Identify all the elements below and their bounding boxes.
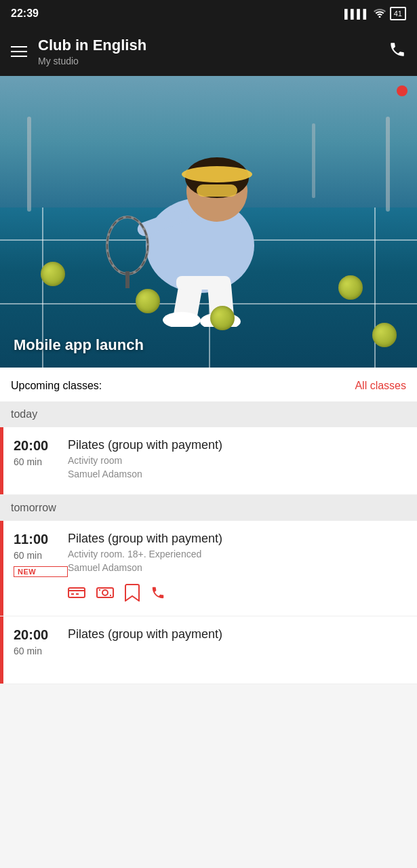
app-header: Club in English My studio [0,27,417,76]
hero-section: Mobile app launch [0,76,417,368]
tennis-ball [210,306,235,330]
class-instructor: Samuel Adamson [68,469,406,479]
status-icons: ▌▌▌▌ 41 [344,7,406,20]
app-title: Club in English [38,37,146,54]
light-pole [27,117,31,212]
payment-card-icon[interactable] [68,586,85,603]
svg-point-19 [102,590,108,595]
menu-button[interactable] [11,46,27,57]
class-card-accent-border [0,427,3,494]
tennis-ball [41,262,65,286]
battery-icon: 41 [390,7,406,20]
svg-rect-13 [176,276,231,290]
money-icon[interactable] [96,586,114,603]
tennis-ball [136,289,160,313]
class-card-accent-border [0,521,3,616]
status-time: 22:39 [11,7,39,20]
class-time-col: 20:00 60 min [14,627,68,673]
class-duration: 60 min [14,550,68,561]
svg-rect-14 [68,588,85,597]
phone-action-icon[interactable] [151,585,165,604]
class-time: 20:00 [14,438,68,454]
class-instructor: Samuel Adamson [68,562,406,573]
tennis-ball [338,275,363,300]
upcoming-header: Upcoming classes: All classes [0,368,417,401]
content-area: Upcoming classes: All classes today 20:0… [0,368,417,684]
class-time: 11:00 [14,532,68,547]
call-button[interactable] [389,41,406,62]
all-classes-link[interactable]: All classes [355,380,406,392]
bookmark-icon[interactable] [125,584,140,605]
wifi-icon [374,8,386,20]
class-name: Pilates (group with payment) [68,438,406,452]
signal-icon: ▌▌▌▌ [344,9,370,19]
studio-name: My studio [38,56,146,66]
day-section-today: today [0,401,417,427]
class-room: Activity room. 18+. Experienced [68,549,406,559]
class-card-accent-border [0,616,3,684]
class-card: 20:00 60 min Pilates (group with payment… [0,427,417,495]
class-time-col: 11:00 60 min NEW [14,532,68,605]
class-info-col: Pilates (group with payment) [68,627,406,673]
class-room: Activity room [68,455,406,466]
status-bar: 22:39 ▌▌▌▌ 41 [0,0,417,27]
day-label-tomorrow: tomorrow [11,502,56,513]
class-info-col: Pilates (group with payment) Activity ro… [68,532,406,605]
day-label-today: today [11,408,37,420]
class-time-col: 20:00 60 min [14,438,68,484]
header-left: Club in English My studio [11,37,146,66]
class-actions [68,584,406,605]
class-card: 11:00 60 min NEW Pilates (group with pay… [0,521,417,616]
class-card: 20:00 60 min Pilates (group with payment… [0,616,417,684]
hero-caption: Mobile app launch [14,336,144,354]
new-badge: NEW [14,566,68,577]
class-name: Pilates (group with payment) [68,627,406,642]
class-name: Pilates (group with payment) [68,532,406,546]
notification-dot [397,85,408,96]
light-pole [386,117,390,212]
tennis-ball [372,323,397,347]
class-info-col: Pilates (group with payment) Activity ro… [68,438,406,484]
day-section-tomorrow: tomorrow [0,495,417,521]
player-figure [81,110,319,327]
class-duration: 60 min [14,646,68,656]
svg-point-3 [182,166,252,182]
header-title-group: Club in English My studio [38,37,146,66]
svg-rect-8 [125,271,130,288]
class-duration: 60 min [14,456,68,467]
svg-rect-4 [197,184,237,197]
class-time: 20:00 [14,627,68,643]
upcoming-label: Upcoming classes: [11,380,102,392]
